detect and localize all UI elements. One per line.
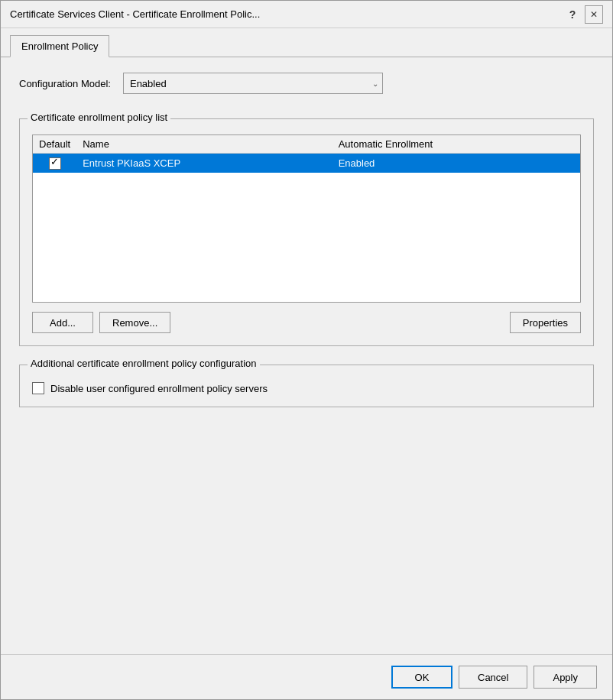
config-model-select-wrapper: Not Configured Enabled Disabled ⌄ bbox=[123, 73, 383, 94]
policy-list-legend: Certificate enrollment policy list bbox=[28, 112, 170, 123]
tab-content: Configuration Model: Not Configured Enab… bbox=[1, 57, 612, 654]
config-model-select[interactable]: Not Configured Enabled Disabled bbox=[123, 73, 383, 94]
policy-list-group: Certificate enrollment policy list Defau… bbox=[19, 118, 594, 346]
disable-servers-row: Disable user configured enrollment polic… bbox=[32, 382, 581, 394]
policy-button-row: Add... Remove... Properties bbox=[32, 312, 581, 333]
row-default-cell bbox=[33, 154, 76, 173]
additional-config-group: Additional certificate enrollment policy… bbox=[19, 365, 594, 407]
title-bar: Certificate Services Client - Certificat… bbox=[1, 1, 612, 28]
policy-table: Default Name Automatic Enrollment Entrus… bbox=[33, 135, 580, 173]
ok-button[interactable]: OK bbox=[391, 666, 452, 689]
row-auto-enrollment-cell: Enabled bbox=[332, 154, 580, 173]
config-model-label: Configuration Model: bbox=[19, 78, 111, 89]
table-row[interactable]: Entrust PKIaaS XCEP Enabled bbox=[33, 154, 580, 173]
cancel-button[interactable]: Cancel bbox=[459, 666, 527, 689]
apply-button[interactable]: Apply bbox=[534, 666, 597, 689]
dialog-window: Certificate Services Client - Certificat… bbox=[0, 0, 613, 700]
tab-enrollment-policy[interactable]: Enrollment Policy bbox=[10, 35, 109, 57]
disable-servers-label: Disable user configured enrollment polic… bbox=[50, 383, 268, 394]
col-default: Default bbox=[33, 135, 76, 154]
col-name: Name bbox=[76, 135, 332, 154]
row-name-cell: Entrust PKIaaS XCEP bbox=[76, 154, 332, 173]
additional-config-legend: Additional certificate enrollment policy… bbox=[28, 358, 260, 369]
default-checkbox-icon bbox=[49, 157, 61, 170]
dialog-footer: OK Cancel Apply bbox=[1, 654, 612, 699]
disable-servers-checkbox[interactable] bbox=[32, 382, 44, 394]
tab-bar: Enrollment Policy bbox=[1, 28, 612, 57]
help-button[interactable]: ? bbox=[563, 5, 582, 24]
window-title: Certificate Services Client - Certificat… bbox=[10, 8, 260, 20]
table-header-row: Default Name Automatic Enrollment bbox=[33, 135, 580, 154]
add-button[interactable]: Add... bbox=[32, 312, 93, 333]
close-button[interactable]: ✕ bbox=[585, 5, 603, 24]
col-auto-enrollment: Automatic Enrollment bbox=[332, 135, 580, 154]
properties-button[interactable]: Properties bbox=[510, 312, 581, 333]
policy-table-container: Default Name Automatic Enrollment Entrus… bbox=[32, 134, 581, 303]
config-model-row: Configuration Model: Not Configured Enab… bbox=[19, 73, 594, 94]
remove-button[interactable]: Remove... bbox=[99, 312, 170, 333]
dialog-content: Enrollment Policy Configuration Model: N… bbox=[1, 28, 612, 654]
